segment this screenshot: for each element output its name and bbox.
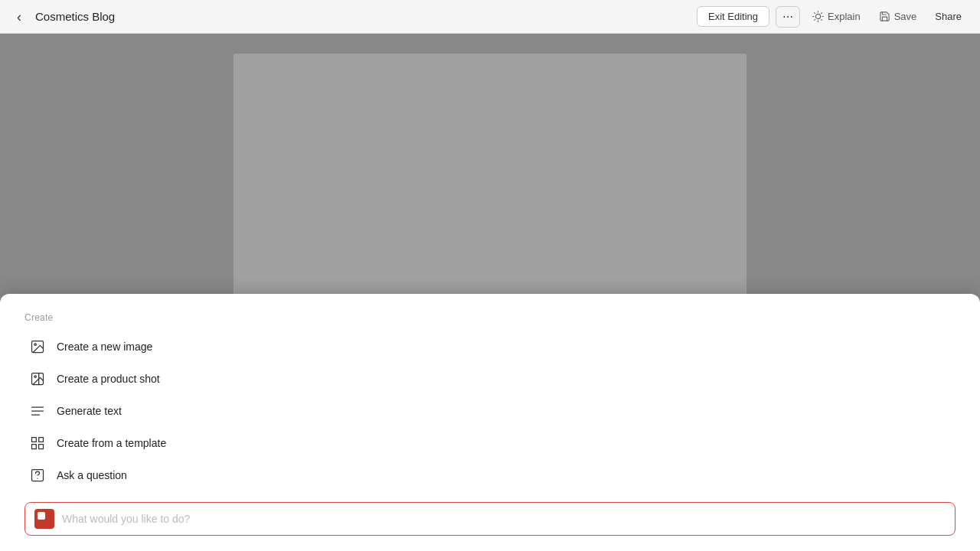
exit-editing-button[interactable]: Exit Editing (697, 6, 769, 27)
save-label: Save (894, 11, 917, 22)
bulb-icon (812, 11, 824, 22)
explain-button[interactable]: Explain (806, 7, 867, 26)
grid-icon (29, 435, 46, 452)
product-icon (29, 370, 46, 387)
question-image-icon (29, 467, 46, 484)
svg-point-12 (34, 376, 37, 378)
menu-item-create-from-template[interactable]: Create from a template (24, 427, 956, 459)
create-new-image-label: Create a new image (57, 341, 152, 353)
bottom-panel: Create Create a new image Create a produ… (0, 294, 980, 551)
menu-item-generate-text[interactable]: Generate text (24, 395, 956, 427)
create-product-shot-label: Create a product shot (57, 373, 160, 385)
save-button[interactable]: Save (873, 7, 923, 26)
generate-text-label: Generate text (57, 405, 122, 417)
svg-rect-17 (32, 438, 37, 442)
svg-line-7 (815, 19, 815, 20)
svg-rect-18 (39, 438, 44, 442)
more-options-button[interactable]: ⋯ (776, 6, 800, 28)
svg-line-3 (815, 13, 815, 14)
svg-line-8 (821, 13, 822, 14)
svg-rect-19 (39, 445, 44, 449)
ask-question-label: Ask a question (57, 469, 127, 481)
text-lines-icon (29, 403, 46, 419)
share-button[interactable]: Share (929, 7, 968, 26)
menu-item-create-new-image[interactable]: Create a new image (24, 331, 956, 363)
more-icon: ⋯ (782, 11, 793, 23)
chat-input[interactable] (62, 513, 946, 525)
section-label: Create (24, 312, 956, 323)
svg-point-10 (34, 344, 37, 346)
topbar-actions: Exit Editing ⋯ Explain Save Share (697, 6, 968, 28)
create-from-template-label: Create from a template (57, 437, 166, 449)
chat-avatar (34, 509, 54, 529)
topbar: ‹ Cosmetics Blog Exit Editing ⋯ Explain … (0, 0, 980, 34)
back-button[interactable]: ‹ (12, 7, 26, 27)
save-icon (879, 11, 890, 22)
menu-item-create-product-shot[interactable]: Create a product shot (24, 363, 956, 395)
svg-line-4 (821, 19, 822, 20)
page-title: Cosmetics Blog (35, 10, 697, 23)
svg-rect-20 (32, 445, 37, 449)
image-icon (29, 338, 46, 355)
svg-point-0 (815, 14, 820, 18)
explain-label: Explain (828, 11, 861, 22)
chat-input-container (24, 502, 956, 536)
menu-item-ask-question[interactable]: Ask a question (24, 459, 956, 491)
